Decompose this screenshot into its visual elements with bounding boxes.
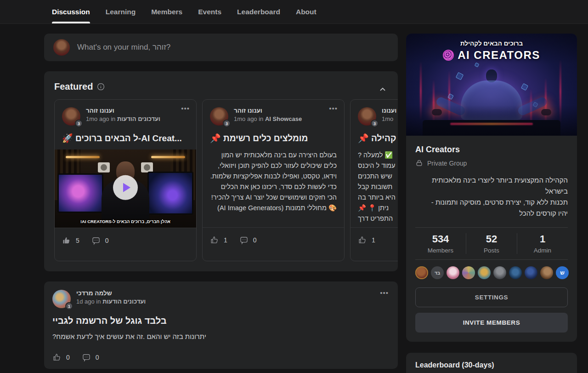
member-avatar[interactable]: בד <box>431 266 444 279</box>
post-timestamp: 1d ago in <box>76 298 101 305</box>
member-avatars-row: בד ש <box>415 266 568 279</box>
more-options-icon[interactable]: ••• <box>181 106 190 111</box>
invite-members-button[interactable]: INVITE MEMBERS <box>415 313 568 333</box>
post-title[interactable]: 🚀 ברוכים‎ הבאים‎ ל-AI Creat... <box>55 133 196 143</box>
chevron-up-icon[interactable] <box>379 85 387 93</box>
tab-learning[interactable]: Learning <box>106 0 136 23</box>
like-button[interactable]: 1 <box>210 235 227 245</box>
more-options-icon[interactable]: ••• <box>380 291 389 295</box>
category-link[interactable]: AI Showcase <box>265 115 302 122</box>
community-page: Discussion Learning Members Events Leade… <box>0 0 588 373</box>
settings-button[interactable]: SETTINGS <box>415 287 568 307</box>
leaderboard-card: Leaderboard (30-days) <box>406 353 577 373</box>
tab-about[interactable]: About <box>296 0 317 23</box>
monitor-left <box>57 173 103 213</box>
member-avatar[interactable] <box>478 266 491 279</box>
like-button[interactable]: 0 <box>52 353 70 362</box>
like-button[interactable]: 1 <box>358 235 375 245</box>
author-name[interactable]: זוהר‎ וענונו <box>234 107 302 114</box>
level-badge: 3 <box>223 120 231 127</box>
video-thumbnail[interactable]: אהלן חברים, ברוכים הבאים ל-AI CREATORS! <box>55 149 196 228</box>
monitor-right <box>147 172 193 215</box>
author-name[interactable]: זוהר וענונו <box>382 107 398 114</box>
info-icon[interactable] <box>97 83 105 91</box>
category-link[interactable]: הודעות‎ ועדכונים <box>117 115 160 122</box>
stat-admins[interactable]: 1 Admin <box>517 233 568 254</box>
featured-post-card[interactable]: 3 זוהר וענונו 1mo 📌 קהילה‎ - איך‎ להתמצא… <box>350 99 398 261</box>
member-avatar[interactable] <box>415 266 428 279</box>
comment-button[interactable]: 0 <box>239 235 257 245</box>
stat-posts[interactable]: 52 Posts <box>466 233 517 254</box>
author-avatar[interactable]: 3 <box>210 107 228 126</box>
level-badge: 3 <box>371 120 379 127</box>
member-avatar[interactable] <box>509 266 522 279</box>
post-body: ?אשמח‎ לדעת‎ איך‎ עושים‎ את‎ זה.‎ והאם‎ … <box>52 333 390 340</box>
author-name[interactable]: מרדכי‎ שלמה <box>76 290 146 297</box>
feed-post-card[interactable]: 1 מרדכי‎ שלמה 1d ago in הודעות‎ ועדכונים… <box>44 281 398 369</box>
comment-button[interactable]: 0 <box>91 236 109 245</box>
like-button[interactable]: 5 <box>62 236 79 245</box>
leaderboard-title: Leaderboard (30-days) <box>415 361 568 369</box>
like-count: 1 <box>372 236 375 244</box>
category-link[interactable]: הודעות‎ ועדכונים <box>102 298 146 305</box>
sidebar: ברוכים הבאים לקהילת AI CREATORS AI Creat… <box>406 34 577 373</box>
member-avatar[interactable] <box>447 266 459 279</box>
cover-desk <box>423 120 560 136</box>
speaker <box>141 162 153 172</box>
speaker <box>98 162 110 172</box>
main-feed: What's on your mind, זוהר? Featured <box>44 34 398 373</box>
comment-button[interactable]: 0 <box>82 353 99 362</box>
author-name[interactable]: זוהר‎ וענונו <box>86 107 160 114</box>
post-title[interactable]: לגביי‎ הרשמה‎ של‎ גוגל‎ בלבד <box>52 316 390 326</box>
group-stats: 534 Members 52 Posts 1 Admin <box>415 227 568 260</box>
more-options-icon[interactable]: ••• <box>329 106 338 111</box>
featured-post-card[interactable]: 3 זוהר‎ וענונו 1mo ago in הודעות‎ ועדכונ… <box>54 99 197 261</box>
featured-post-card[interactable]: 3 זוהר‎ וענונו 1mo ago in AI Showcase ••… <box>202 99 345 261</box>
light-bar <box>66 156 100 158</box>
cover-figure <box>486 69 497 82</box>
member-avatar[interactable] <box>525 266 537 279</box>
comment-count: 0 <box>105 237 109 244</box>
featured-cards-row: 3 זוהר‎ וענונו 1mo ago in הודעות‎ ועדכונ… <box>54 99 398 261</box>
group-name: AI Creators <box>415 145 568 155</box>
post-timestamp: 1mo ago in <box>86 115 115 122</box>
light-bar <box>151 156 185 158</box>
composer-placeholder: What's on your mind, זוהר? <box>77 43 170 52</box>
like-count: 1 <box>224 236 227 244</box>
current-user-avatar[interactable] <box>53 39 70 56</box>
tab-discussion[interactable]: Discussion <box>52 0 90 23</box>
post-composer[interactable]: What's on your mind, זוהר? <box>44 34 398 61</box>
cover-brand-text: AI CREATORS <box>458 49 540 62</box>
group-description: הקהילה המקצועית ביותר ליוצרי בינה מלאכות… <box>415 175 568 219</box>
author-avatar[interactable]: 1 <box>52 290 71 308</box>
like-count: 5 <box>76 237 79 244</box>
member-avatar[interactable] <box>462 266 475 279</box>
member-avatar[interactable] <box>493 266 506 279</box>
top-nav: Discussion Learning Members Events Leade… <box>0 0 588 24</box>
group-cover-image: ברוכים הבאים לקהילת AI CREATORS <box>406 34 577 136</box>
comment-count: 0 <box>96 354 99 361</box>
group-info-card: ברוכים הבאים לקהילת AI CREATORS AI Creat… <box>406 34 577 342</box>
post-title[interactable]: 📌 קהילה‎ - איך‎ להתמצא <box>351 133 398 143</box>
video-subtitle: אהלן חברים, ברוכים הבאים ל-AI CREATORS! <box>55 219 196 224</box>
tab-leaderboard[interactable]: Leaderboard <box>237 0 280 23</box>
comment-count: 0 <box>253 236 257 244</box>
author-avatar[interactable]: 3 <box>358 107 376 126</box>
author-avatar[interactable]: 3 <box>62 107 80 126</box>
post-body: בעולם היצירה עם בינה מלאכותית יש המון כל… <box>203 150 344 227</box>
featured-title: Featured <box>54 81 93 92</box>
member-avatar[interactable]: ש <box>556 266 569 279</box>
post-body: ? למעלה‎ ✅ היכנס‎ ל‎ עמוד התכנים‎ שיש קב… <box>351 150 398 227</box>
level-badge: 3 <box>75 120 83 127</box>
tab-events[interactable]: Events <box>198 0 221 23</box>
cover-welcome-text: ברוכים הבאים לקהילת <box>406 40 577 47</box>
play-icon[interactable] <box>113 175 138 200</box>
tab-members[interactable]: Members <box>151 0 182 23</box>
privacy-label: Private Group <box>427 160 467 167</box>
stat-members[interactable]: 534 Members <box>415 233 466 254</box>
like-count: 0 <box>66 354 70 361</box>
post-title[interactable]: 📌 רשימת‎ כלים‎ מומלצים <box>203 133 344 143</box>
lock-icon <box>415 159 423 167</box>
member-avatar[interactable] <box>540 266 553 279</box>
featured-section: Featured <box>44 71 398 271</box>
